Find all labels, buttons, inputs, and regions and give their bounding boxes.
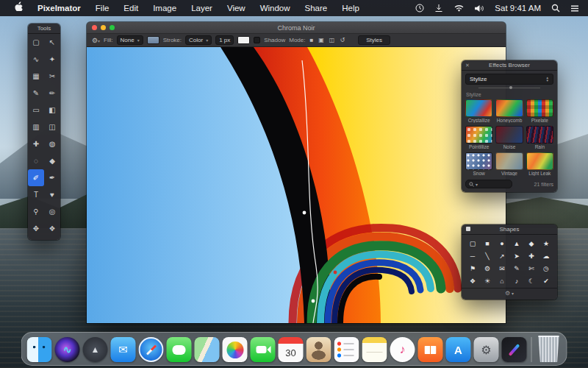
shape-icon[interactable]: ☁ — [539, 250, 553, 261]
menu-edit[interactable]: Edit — [117, 0, 145, 16]
effect-item[interactable]: Light Leak — [526, 152, 553, 176]
mode-reset-icon[interactable]: ↺ — [339, 37, 345, 43]
effect-thumbnail-pointillize[interactable] — [465, 126, 492, 144]
menu-file[interactable]: File — [89, 0, 116, 16]
shape-icon[interactable]: ● — [495, 238, 509, 249]
path-anchor-point[interactable] — [303, 211, 306, 215]
clone-tool-icon[interactable]: ◫ — [44, 118, 60, 135]
path-control-point[interactable] — [334, 271, 337, 275]
shape-icon[interactable]: ✚ — [524, 250, 539, 261]
brush-tool-icon[interactable]: ✏ — [44, 85, 60, 102]
shape-icon[interactable]: ✄ — [524, 263, 539, 274]
shape-icon[interactable]: ♪ — [509, 275, 524, 286]
shape-icon[interactable]: ▲ — [509, 238, 524, 249]
dock-contacts-icon[interactable] — [306, 337, 331, 362]
effects-scrubber[interactable] — [465, 85, 553, 91]
clock-status-icon[interactable] — [415, 4, 424, 13]
effect-item[interactable]: Pointillize — [465, 126, 492, 149]
shape-icon[interactable]: ☀ — [480, 275, 495, 286]
shape-icon[interactable]: ⚙ — [480, 263, 495, 274]
menu-help[interactable]: Help — [335, 0, 366, 16]
effect-item[interactable]: Vintage — [495, 152, 523, 176]
fill-tool-icon[interactable]: ◧ — [44, 102, 60, 118]
fill-color-swatch[interactable] — [147, 36, 159, 44]
shape-icon[interactable]: ★ — [539, 238, 553, 249]
marquee-tool-icon[interactable]: ▢ — [28, 34, 44, 51]
eyedropper-tool-icon[interactable]: ⚲ — [28, 203, 44, 220]
stroke-dropdown[interactable]: Color ▾ — [185, 35, 212, 45]
shape-icon[interactable]: ─ — [465, 250, 480, 261]
dock-calendar-icon[interactable]: 30 — [279, 337, 304, 362]
paint-tool-icon-selected[interactable]: ✐ — [28, 169, 44, 186]
shape-icon[interactable]: ❖ — [465, 275, 480, 286]
effects-category-dropdown[interactable]: Stylize ▲▼ — [465, 74, 553, 85]
effect-item[interactable]: Pixelate — [526, 99, 553, 123]
effect-item[interactable]: Honeycomb — [495, 99, 523, 123]
menu-share[interactable]: Share — [298, 0, 334, 16]
tools-palette-titlebar[interactable]: Tools — [28, 24, 60, 34]
shape-icon[interactable]: ▢ — [465, 238, 480, 249]
shadow-checkbox[interactable] — [254, 37, 260, 43]
menu-layer[interactable]: Layer — [184, 0, 219, 16]
dock-trash-icon[interactable] — [537, 336, 562, 362]
shape-icon[interactable]: ◷ — [539, 263, 553, 274]
effects-search-field[interactable]: ▾ — [465, 180, 512, 188]
mode-fill-icon[interactable]: ■ — [309, 37, 314, 43]
menu-image[interactable]: Image — [146, 0, 183, 16]
document-canvas[interactable] — [87, 47, 506, 323]
menu-app-name[interactable]: Pixelmator — [31, 0, 87, 16]
pencil-tool-icon[interactable]: ✎ — [28, 85, 44, 102]
dock-ibooks-icon[interactable] — [418, 337, 443, 362]
shapes-settings-menu[interactable]: ⚙ ▾ — [462, 288, 557, 297]
gradient-tool-icon[interactable]: ▥ — [28, 118, 44, 135]
effect-item[interactable]: Snow — [465, 152, 492, 176]
effect-item[interactable]: Crystallize — [465, 99, 492, 123]
effect-thumbnail-pixelate[interactable] — [526, 99, 553, 117]
shape-icon[interactable]: ⌂ — [495, 275, 509, 286]
shape-icon[interactable]: ■ — [480, 238, 495, 249]
effect-thumbnail-vintage[interactable] — [495, 152, 523, 170]
crop-tool-icon[interactable]: ▦ — [28, 68, 44, 85]
dock-notes-icon[interactable] — [362, 337, 387, 362]
stroke-width-stepper[interactable]: 1 px — [215, 35, 234, 45]
close-icon[interactable]: ✕ — [465, 62, 470, 68]
fill-dropdown[interactable]: None ▾ — [117, 35, 143, 45]
shape-icon[interactable]: ╲ — [480, 250, 495, 261]
dock-photos-icon[interactable] — [223, 337, 248, 362]
shape-icon[interactable]: ➤ — [509, 250, 524, 261]
menu-view[interactable]: View — [220, 0, 252, 16]
dock-siri-icon[interactable] — [55, 337, 80, 362]
stroke-color-swatch[interactable] — [237, 36, 250, 44]
path-anchor-point[interactable] — [312, 300, 315, 303]
shape-icon[interactable]: ✉ — [495, 263, 509, 274]
dock-launchpad-icon[interactable] — [83, 337, 108, 362]
airplay-status-icon[interactable] — [434, 4, 443, 13]
heal-tool-icon[interactable]: ✚ — [28, 135, 44, 152]
shape-tool-icon[interactable]: ♥ — [44, 186, 60, 203]
scrubber-knob[interactable] — [509, 86, 512, 89]
dock-mail-icon[interactable] — [111, 337, 136, 362]
zoom-tool-icon[interactable]: ◎ — [44, 203, 60, 220]
wifi-status-icon[interactable] — [453, 4, 465, 13]
shape-icon[interactable]: ⚑ — [465, 263, 480, 274]
dock-reminders-icon[interactable] — [334, 337, 359, 362]
mode-combine-icon[interactable]: ◫ — [329, 37, 336, 43]
canvas-artwork[interactable] — [87, 47, 506, 323]
effect-thumbnail-noise[interactable] — [495, 126, 523, 144]
effect-thumbnail-crystallize[interactable] — [465, 99, 492, 117]
shape-icon[interactable]: ↗ — [495, 250, 509, 261]
dock-finder-icon[interactable] — [27, 337, 52, 362]
effect-item[interactable]: Noise — [495, 126, 523, 149]
mode-outline-icon[interactable]: ▣ — [318, 37, 325, 43]
type-tool-icon[interactable]: T — [28, 186, 44, 203]
apple-menu-icon[interactable] — [7, 0, 29, 16]
dock-maps-icon[interactable] — [195, 337, 220, 362]
dock-facetime-icon[interactable] — [251, 337, 276, 362]
spotlight-search-icon[interactable] — [551, 4, 560, 13]
menu-clock[interactable]: Sat 9:41 AM — [495, 4, 541, 13]
extra-tool-icon[interactable]: ❖ — [44, 220, 60, 237]
shape-icon[interactable]: ✔ — [539, 275, 553, 286]
sponge-tool-icon[interactable]: ◍ — [44, 135, 60, 152]
dock-messages-icon[interactable] — [167, 337, 192, 362]
eraser-tool-icon[interactable]: ▭ — [28, 102, 44, 118]
